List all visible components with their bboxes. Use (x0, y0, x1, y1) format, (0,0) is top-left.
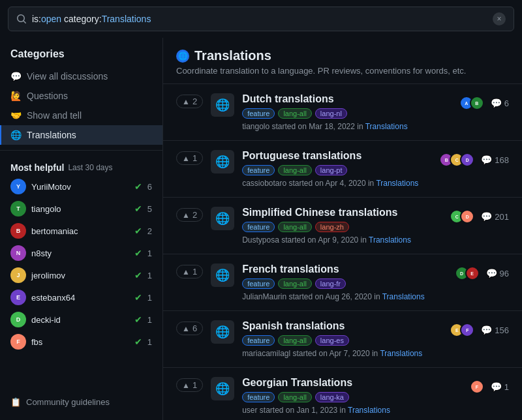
discussion-title[interactable]: Georgian Translations (242, 377, 462, 389)
vote-area: ▲ 1 (176, 150, 203, 165)
avatar: F (10, 334, 26, 350)
discussion-meta: Dustyposa started on Apr 9, 2020 in Tran… (242, 235, 442, 245)
vote-area: ▲ 2 (176, 93, 203, 108)
meta-author[interactable]: user (242, 406, 257, 415)
vote-count: 2 (192, 97, 197, 106)
check-icon: ✔ (134, 270, 142, 280)
comment-number: 6 (504, 98, 509, 108)
meta-author[interactable]: mariacamilagl (242, 349, 290, 358)
sidebar-item-translations[interactable]: 🌐 Translations (0, 125, 162, 145)
upvote-button[interactable]: ▲ 1 (176, 265, 203, 278)
tag-lang-pt: lang-pt (315, 165, 348, 175)
discussion-body: Georgian Translations featurelang-alllan… (242, 377, 462, 415)
discussion-item: ▲ 6 🌐 Spanish translations featurelang-a… (163, 311, 522, 368)
meta-category-link[interactable]: Translations (348, 406, 390, 415)
tag-lang-fr: lang-fr (315, 278, 346, 289)
discussion-tags: featurelang-alllang-es (242, 335, 442, 346)
avatar: D (460, 153, 474, 167)
community-guidelines-label: Community guidelines (26, 397, 110, 407)
search-bar[interactable]: is:open category:Translations × (8, 7, 514, 31)
helpful-user[interactable]: J jerolimov ✔ 1 (10, 264, 152, 286)
tag-lang-zh: lang-zh (315, 222, 349, 232)
search-query: is:open category:Translations (32, 14, 487, 24)
discussion-right: AB 💬 6 (459, 93, 509, 110)
discussion-item: ▲ 1 🌐 French translations featurelang-al… (163, 254, 522, 311)
helpful-user[interactable]: Y YuriiMotov ✔ 6 (10, 175, 152, 198)
sidebar-item-all[interactable]: 💬 View all discussions (0, 67, 162, 86)
helpful-user[interactable]: D decki-id ✔ 1 (10, 308, 152, 331)
user-name: tiangolo (31, 204, 129, 214)
discussion-meta: user started on Jan 1, 2023 in Translati… (242, 406, 462, 415)
comment-icon: 💬 (481, 325, 492, 335)
vote-area: ▲ 6 (176, 320, 203, 335)
meta-category-link[interactable]: Translations (365, 122, 408, 131)
sidebar-item-questions[interactable]: 🙋 Questions (0, 86, 162, 106)
upvote-button[interactable]: ▲ 2 (176, 208, 203, 222)
up-arrow-icon: ▲ (182, 97, 190, 106)
up-arrow-icon: ▲ (182, 154, 190, 163)
meta-author[interactable]: cassiobotaro (242, 179, 286, 188)
sidebar-item-label: View all discussions (27, 71, 108, 82)
tag-feature: feature (242, 108, 275, 119)
translations-globe-icon: 🌐 (176, 50, 189, 63)
helpful-user[interactable]: N n8sty ✔ 1 (10, 242, 152, 264)
upvote-button[interactable]: ▲ 1 (176, 151, 203, 165)
discussion-title[interactable]: Spanish translations (242, 320, 442, 332)
community-guidelines-link[interactable]: 📋 Community guidelines (0, 392, 162, 412)
discussion-right: BCD 💬 168 (439, 150, 509, 167)
comment-count: 💬 96 (486, 268, 509, 278)
helpful-user[interactable]: E estebanx64 ✔ 1 (10, 286, 152, 308)
tag-lang-all: lang-all (278, 335, 311, 346)
upvote-button[interactable]: ▲ 6 (176, 322, 203, 335)
helpful-user[interactable]: B bertomaniac ✔ 2 (10, 220, 152, 242)
discussion-type-icon: 🌐 (211, 263, 234, 287)
tag-lang-all: lang-all (278, 165, 311, 175)
search-icon (16, 14, 27, 24)
discussion-title[interactable]: Portuguese translations (242, 150, 431, 162)
discussion-body: Dutch translations featurelang-alllang-n… (242, 93, 452, 131)
check-icon: ✔ (134, 314, 142, 325)
discussion-title[interactable]: French translations (242, 263, 446, 275)
avatar: J (10, 267, 26, 283)
vote-count: 1 (192, 267, 197, 277)
check-icon: ✔ (134, 203, 142, 214)
comment-icon: 💬 (491, 98, 502, 108)
user-name: fbs (31, 337, 129, 347)
tag-lang-all: lang-all (278, 392, 311, 402)
sidebar-item-label: Questions (27, 91, 68, 101)
search-clear-button[interactable]: × (493, 12, 506, 25)
discussion-title[interactable]: Simplified Chinese translations (242, 207, 442, 218)
user-count: 1 (147, 315, 152, 325)
upvote-button[interactable]: ▲ 2 (176, 95, 203, 108)
meta-category-link[interactable]: Translations (380, 349, 422, 358)
discussion-type-icon: 🌐 (211, 377, 234, 400)
discussion-body: Spanish translations featurelang-alllang… (242, 320, 442, 358)
discussion-title[interactable]: Dutch translations (242, 93, 452, 105)
user-name: estebanx64 (31, 293, 129, 303)
sidebar-item-show-and-tell[interactable]: 🤝 Show and tell (0, 106, 162, 125)
meta-author[interactable]: tiangolo (242, 122, 269, 131)
discussion-meta: cassiobotaro started on Apr 4, 2020 in T… (242, 179, 431, 188)
tag-feature: feature (242, 335, 275, 346)
avatar: T (10, 201, 26, 217)
helpful-user[interactable]: F fbs ✔ 1 (10, 331, 152, 353)
discussion-type-icon: 🌐 (211, 93, 234, 117)
sidebar-title: Categories (0, 44, 162, 67)
meta-category-link[interactable]: Translations (376, 179, 418, 188)
meta-author[interactable]: Dustyposa (242, 235, 279, 245)
sidebar-divider (0, 150, 162, 151)
helpful-user[interactable]: T tiangolo ✔ 5 (10, 198, 152, 220)
comment-number: 201 (495, 212, 509, 222)
avatar: D (10, 312, 26, 327)
discussion-item: ▲ 2 🌐 Dutch translations featurelang-all… (163, 84, 522, 141)
meta-category-link[interactable]: Translations (369, 235, 411, 245)
user-count: 1 (147, 337, 152, 347)
community-icon: 📋 (10, 397, 21, 407)
upvote-button[interactable]: ▲ 1 (176, 378, 203, 392)
sidebar: Categories 💬 View all discussions 🙋 Ques… (0, 38, 163, 420)
avatar: Y (10, 179, 26, 194)
discussion-list: ▲ 2 🌐 Dutch translations featurelang-all… (163, 84, 522, 420)
meta-category-link[interactable]: Translations (382, 292, 425, 301)
comment-icon: 💬 (481, 155, 492, 165)
meta-author[interactable]: JulianMaurin (242, 292, 286, 301)
